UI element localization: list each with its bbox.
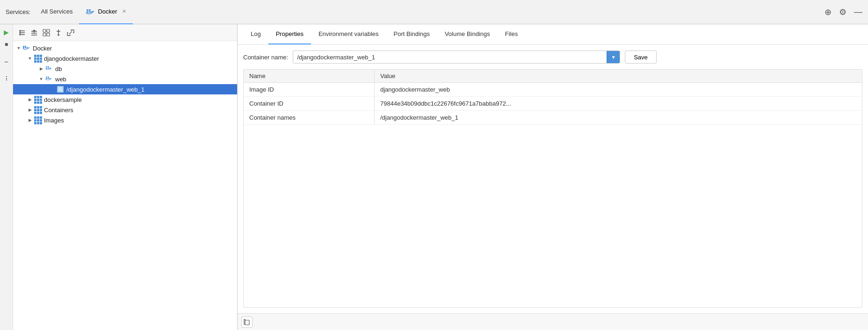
tree-toolbar	[13, 24, 237, 41]
table-body: Image ID djangodockermaster_web Containe…	[244, 83, 862, 307]
tree-item-web[interactable]: ▼ web	[13, 74, 237, 84]
filter-button[interactable]: ⫶	[1, 73, 12, 83]
pin-button[interactable]	[53, 28, 64, 38]
cell-container-names-name: Container names	[244, 111, 375, 124]
tab-log[interactable]: Log	[243, 24, 268, 44]
tab-files-label: Files	[505, 30, 518, 37]
services-label: Services:	[6, 8, 30, 15]
arrow-dockersample: ▶	[26, 97, 34, 102]
tab-all-services[interactable]: All Services	[34, 0, 79, 24]
svg-rect-35	[46, 78, 47, 79]
table-row: Container names /djangodockermaster_web_…	[244, 111, 862, 125]
collapse-all-button[interactable]	[29, 28, 39, 38]
docker-tab-icon	[86, 8, 95, 15]
tab-properties[interactable]: Properties	[268, 24, 311, 44]
images-icon	[34, 116, 42, 124]
tree-item-web-container[interactable]: /djangodockermaster_web_1	[13, 84, 237, 94]
tab-log-label: Log	[251, 30, 261, 37]
svg-rect-2	[89, 11, 91, 13]
svg-rect-15	[43, 29, 46, 32]
svg-rect-17	[43, 33, 46, 36]
container-name-input[interactable]	[293, 54, 607, 61]
arrow-web: ▼	[37, 77, 45, 81]
tree-item-images[interactable]: ▶ Images	[13, 115, 237, 125]
tab-volume-bindings-label: Volume Bindings	[445, 30, 490, 37]
pin-icon	[55, 29, 62, 36]
play-button[interactable]: ▶	[1, 27, 12, 37]
copy-icon	[243, 318, 251, 326]
properties-content: Container name: ▼ Save Name Value Image …	[238, 45, 868, 313]
link-button[interactable]	[65, 28, 76, 38]
svg-rect-34	[48, 78, 49, 79]
web-icon	[45, 75, 53, 83]
dockersample-icon	[34, 95, 42, 104]
container-name-row: Container name: ▼ Save	[243, 50, 862, 64]
arrow-docker: ▼	[15, 46, 22, 50]
svg-rect-26	[27, 47, 28, 49]
containers-icon	[34, 106, 42, 114]
dockersample-label: dockersample	[44, 96, 82, 103]
tree-item-djangodockermaster[interactable]: ▼ djangodockermaster	[13, 53, 237, 64]
tab-environment[interactable]: Environment variables	[311, 24, 386, 44]
docker-root-label: Docker	[33, 45, 52, 52]
cell-container-names-value: /djangodockermaster_web_1	[375, 111, 862, 124]
minus-button[interactable]: −	[1, 57, 12, 67]
expand-all-button[interactable]	[17, 28, 27, 38]
web-label: web	[55, 76, 66, 83]
all-services-label: All Services	[41, 8, 72, 15]
tree-item-dockersample[interactable]: ▶ dockersample	[13, 94, 237, 105]
group-icon	[43, 29, 50, 36]
properties-table: Name Value Image ID djangodockermaster_w…	[243, 69, 862, 308]
svg-rect-18	[47, 33, 50, 36]
top-bar: Services: All Services Docker ✕ ⊕ ⚙ —	[0, 0, 868, 24]
copy-button[interactable]	[241, 316, 253, 328]
svg-rect-30	[46, 68, 47, 69]
col-name-header: Name	[244, 70, 375, 82]
svg-rect-16	[47, 29, 50, 32]
container-name-label: Container name:	[243, 54, 288, 61]
stop-button[interactable]: ■	[1, 39, 12, 50]
tree-item-db[interactable]: ▶ db	[13, 64, 237, 74]
docker-tab-label: Docker	[98, 8, 117, 15]
images-label: Images	[44, 117, 64, 124]
djangodockermaster-label: djangodockermaster	[44, 55, 99, 62]
left-toolbar: ▶ ■ − ⫶	[0, 24, 13, 330]
docker-tab-close[interactable]: ✕	[122, 8, 126, 14]
bottom-bar	[238, 313, 868, 330]
tab-port-bindings[interactable]: Port Bindings	[386, 24, 437, 44]
add-service-icon[interactable]: ⊕	[825, 7, 832, 17]
arrow-images: ▶	[26, 118, 34, 122]
arrow-djangodockermaster: ▼	[26, 56, 34, 61]
svg-rect-3	[87, 11, 88, 13]
right-panel: Log Properties Environment variables Por…	[238, 24, 868, 330]
djangodockermaster-icon	[34, 54, 42, 63]
minimize-icon[interactable]: —	[854, 7, 862, 17]
container-name-dropdown-btn[interactable]: ▼	[607, 51, 620, 63]
svg-line-21	[69, 31, 72, 34]
containers-label: Containers	[44, 107, 73, 114]
expand-all-icon	[18, 29, 26, 36]
db-label: db	[55, 65, 62, 72]
save-button[interactable]: Save	[625, 50, 657, 64]
link-icon	[67, 29, 74, 36]
arrow-containers: ▶	[26, 108, 34, 112]
tree-item-docker[interactable]: ▼ Docker	[13, 43, 237, 53]
tree-content: ▼ Docker ▼	[13, 41, 237, 330]
table-header: Name Value	[244, 70, 862, 83]
svg-rect-25	[23, 47, 24, 49]
tab-docker[interactable]: Docker ✕	[79, 0, 132, 24]
collapse-all-icon	[30, 29, 38, 36]
tab-properties-label: Properties	[276, 30, 304, 37]
group-button[interactable]	[41, 28, 51, 38]
tab-files[interactable]: Files	[498, 24, 525, 44]
tab-port-bindings-label: Port Bindings	[394, 30, 430, 37]
cell-image-id-name: Image ID	[244, 83, 375, 96]
tree-panel: ▼ Docker ▼	[13, 24, 238, 330]
web-container-label: /djangodockermaster_web_1	[66, 86, 145, 93]
tab-volume-bindings[interactable]: Volume Bindings	[437, 24, 498, 44]
main-layout: ▶ ■ − ⫶	[0, 24, 868, 330]
settings-icon[interactable]: ⚙	[839, 7, 846, 17]
tree-item-containers[interactable]: ▶ Containers	[13, 105, 237, 115]
web-container-icon	[56, 85, 65, 93]
container-name-select-wrap: ▼	[293, 50, 620, 64]
